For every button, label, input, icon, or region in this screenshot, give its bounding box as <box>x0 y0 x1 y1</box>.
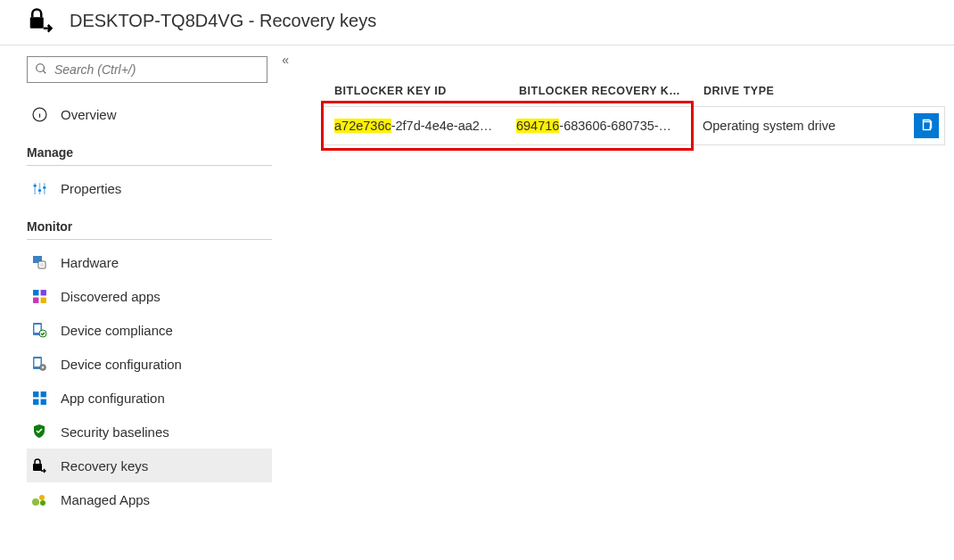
svg-rect-28 <box>924 121 931 129</box>
svg-rect-0 <box>30 17 44 29</box>
copy-icon <box>919 118 933 135</box>
svg-point-26 <box>39 495 45 500</box>
search-icon <box>35 62 47 78</box>
sidebar-item-properties[interactable]: Properties <box>27 171 272 205</box>
svg-rect-23 <box>40 399 45 404</box>
sidebar-item-device-configuration[interactable]: Device configuration <box>27 347 272 381</box>
hardware-icon <box>30 253 48 271</box>
recovery-key-rest: -683606-680735-… <box>559 119 671 133</box>
sidebar-item-security-baselines[interactable]: Security baselines <box>27 415 272 449</box>
svg-point-25 <box>32 498 39 506</box>
cell-recovery-key: 694716-683606-680735-… <box>516 119 691 133</box>
app-config-icon <box>30 389 48 407</box>
sidebar-item-managed-apps[interactable]: Managed Apps <box>27 482 272 516</box>
svg-rect-24 <box>33 464 42 471</box>
page-title: DESKTOP-TQ8D4VG - Recovery keys <box>70 11 376 31</box>
copy-button[interactable] <box>914 113 939 138</box>
device-compliance-icon <box>30 321 48 339</box>
recovery-key-highlighted: 694716 <box>516 119 559 133</box>
section-monitor-label: Monitor <box>27 205 272 240</box>
cell-drive-type: Operating system drive <box>694 119 914 133</box>
lock-export-icon <box>27 7 53 34</box>
sidebar-item-label: Managed Apps <box>61 492 150 507</box>
sidebar-item-hardware[interactable]: Hardware <box>27 245 272 279</box>
svg-rect-8 <box>40 263 44 267</box>
column-header-key-id[interactable]: BITLOCKER KEY ID <box>334 85 519 97</box>
section-manage-label: Manage <box>27 131 272 166</box>
sidebar-item-label: Device configuration <box>61 357 182 372</box>
svg-rect-12 <box>40 297 45 302</box>
security-icon <box>30 423 48 441</box>
info-icon <box>30 105 48 123</box>
cell-key-id: a72e736c-2f7d-4e4e-aa2… <box>334 119 516 133</box>
svg-rect-20 <box>33 391 38 397</box>
table-row[interactable]: a72e736c-2f7d-4e4e-aa2… 694716-683606-68… <box>321 106 945 145</box>
sidebar-item-label: Security baselines <box>61 424 169 440</box>
sidebar-item-overview[interactable]: Overview <box>27 97 272 131</box>
svg-rect-21 <box>40 391 45 397</box>
key-id-rest: -2f7d-4e4e-aa2… <box>391 119 493 133</box>
highlight-frame: a72e736c-2f7d-4e4e-aa2… 694716-683606-68… <box>321 101 694 151</box>
sidebar-item-label: Hardware <box>61 255 119 270</box>
sidebar-item-app-configuration[interactable]: App configuration <box>27 381 272 415</box>
svg-rect-10 <box>40 290 45 295</box>
device-config-icon <box>30 355 48 373</box>
column-header-recovery-key[interactable]: BITLOCKER RECOVERY K… <box>519 85 703 97</box>
sidebar-item-recovery-keys[interactable]: Recovery keys <box>27 449 272 482</box>
search-box[interactable] <box>27 56 267 83</box>
key-id-highlighted: a72e736c <box>334 119 391 133</box>
sidebar: « Overview Manage <box>0 45 294 559</box>
sidebar-item-label: Recovery keys <box>61 458 148 474</box>
svg-point-19 <box>42 366 44 368</box>
svg-rect-22 <box>33 399 38 404</box>
svg-rect-11 <box>33 297 38 302</box>
sidebar-item-label: App configuration <box>61 391 165 406</box>
svg-rect-5 <box>43 186 45 188</box>
apps-icon <box>30 287 48 305</box>
search-input[interactable] <box>47 62 259 77</box>
sidebar-item-device-compliance[interactable]: Device compliance <box>27 313 272 347</box>
sidebar-item-discovered-apps[interactable]: Discovered apps <box>27 279 272 313</box>
sliders-icon <box>30 179 48 197</box>
column-header-drive-type[interactable]: DRIVE TYPE <box>703 85 945 97</box>
main-content: BITLOCKER KEY ID BITLOCKER RECOVERY K… D… <box>294 45 954 559</box>
lock-icon <box>30 457 48 474</box>
sidebar-item-label: Overview <box>61 107 117 122</box>
collapse-sidebar-icon[interactable]: « <box>282 53 289 67</box>
svg-rect-17 <box>35 358 41 366</box>
managed-apps-icon <box>30 490 48 508</box>
svg-rect-9 <box>33 290 38 295</box>
svg-point-27 <box>40 500 45 506</box>
svg-rect-4 <box>37 189 40 191</box>
sidebar-item-label: Discovered apps <box>61 289 160 304</box>
page-header: DESKTOP-TQ8D4VG - Recovery keys <box>0 0 954 45</box>
sidebar-item-label: Properties <box>61 181 121 196</box>
svg-rect-3 <box>33 185 36 186</box>
sidebar-item-label: Device compliance <box>61 323 173 338</box>
